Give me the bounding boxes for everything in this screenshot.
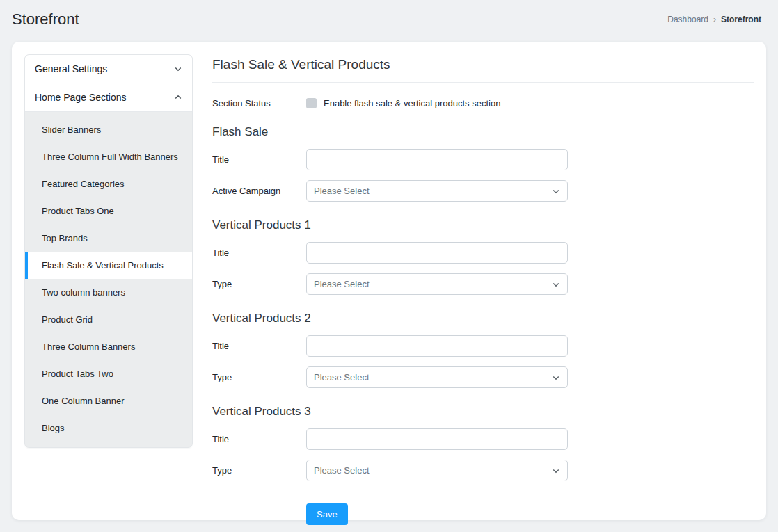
page-title: Storefront [12,10,79,29]
sidebar-item-product-tabs-one[interactable]: Product Tabs One [25,198,192,225]
sidebar-item-slider-banners[interactable]: Slider Banners [25,116,192,143]
sidebar-item-product-grid[interactable]: Product Grid [25,306,192,333]
field-label: Active Campaign [212,186,306,196]
breadcrumb-dashboard-link[interactable]: Dashboard [667,15,708,24]
sidebar-item-blogs[interactable]: Blogs [25,414,192,442]
breadcrumb: Dashboard › Storefront [667,15,761,24]
field-label: Title [212,154,306,165]
vertical-products-1-title-input[interactable] [306,242,568,264]
select-value: Please Select [314,186,370,196]
form-row: Title [212,428,754,450]
group-heading-vertical-products-2: Vertical Products 2 [212,312,754,325]
sidebar-menu: Slider Banners Three Column Full Width B… [25,112,192,447]
section-status-label: Section Status [212,98,306,108]
select-value: Please Select [314,279,370,289]
breadcrumb-separator-icon: › [713,15,716,24]
sidebar-item-three-column-full-width-banners[interactable]: Three Column Full Width Banners [25,143,192,170]
sidebar-item-flash-sale-vertical-products[interactable]: Flash Sale & Vertical Products [25,252,192,279]
breadcrumb-current: Storefront [721,15,761,24]
form-row: Title [212,335,754,357]
save-button[interactable]: Save [306,503,348,525]
vertical-products-3-title-input[interactable] [306,428,568,450]
accordion-home-page-sections[interactable]: Home Page Sections [25,83,192,112]
form-row: Type Please Select [212,460,754,481]
select-value: Please Select [314,372,370,382]
vertical-products-2-type-select[interactable]: Please Select [306,366,568,388]
form-row: Title [212,149,754,170]
section-title: Flash Sale & Vertical Products [212,57,754,83]
form-row: Type Please Select [212,366,754,388]
select-value: Please Select [314,465,370,476]
field-label: Title [212,248,306,258]
form-row: Title [212,242,754,264]
vertical-products-3-type-select[interactable]: Please Select [306,460,568,481]
field-label: Title [212,434,306,444]
sidebar-item-two-column-banners[interactable]: Two column banners [25,279,192,306]
form-row: Active Campaign Please Select [212,180,754,202]
group-heading-flash-sale: Flash Sale [212,125,754,139]
chevron-down-icon [552,187,560,195]
section-status-row: Section Status Enable flash sale & verti… [212,98,754,108]
field-label: Type [212,279,306,289]
sidebar-item-top-brands[interactable]: Top Brands [25,225,192,252]
group-heading-vertical-products-3: Vertical Products 3 [212,405,754,419]
vertical-products-1-type-select[interactable]: Please Select [306,273,568,295]
accordion-general-settings[interactable]: General Settings [25,55,192,83]
page-header: Storefront Dashboard › Storefront [0,0,778,39]
chevron-down-icon [552,280,560,289]
sidebar-item-product-tabs-two[interactable]: Product Tabs Two [25,360,192,387]
chevron-down-icon [552,467,560,475]
sidebar: General Settings Home Page Sections Slid… [24,54,193,448]
sidebar-item-three-column-banners[interactable]: Three Column Banners [25,333,192,360]
flash-sale-active-campaign-select[interactable]: Please Select [306,180,568,202]
flash-sale-title-input[interactable] [306,149,568,170]
vertical-products-2-title-input[interactable] [306,335,568,357]
field-label: Type [212,465,306,476]
main-content: Flash Sale & Vertical Products Section S… [193,54,754,525]
section-status-checkbox[interactable] [306,98,317,108]
settings-card: General Settings Home Page Sections Slid… [12,42,766,520]
chevron-down-icon [552,373,560,382]
accordion-label: General Settings [35,63,107,74]
field-label: Title [212,341,306,351]
form-row: Type Please Select [212,273,754,295]
section-status-checkbox-label: Enable flash sale & vertical products se… [324,98,500,108]
field-label: Type [212,372,306,382]
group-heading-vertical-products-1: Vertical Products 1 [212,218,754,232]
chevron-up-icon [174,93,182,102]
accordion-label: Home Page Sections [35,92,127,103]
chevron-down-icon [174,65,182,73]
sidebar-item-one-column-banner[interactable]: One Column Banner [25,387,192,414]
sidebar-item-featured-categories[interactable]: Featured Categories [25,170,192,198]
